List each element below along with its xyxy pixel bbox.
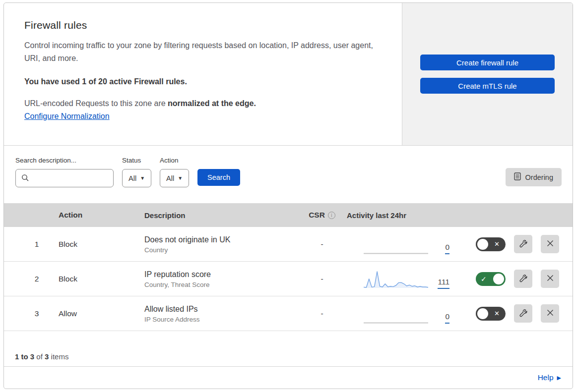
close-icon bbox=[546, 239, 554, 249]
activity-sparkline bbox=[364, 234, 428, 254]
rule-priority: 1 bbox=[4, 240, 59, 249]
help-row: Help ▶ bbox=[4, 367, 573, 389]
search-group: Search description... bbox=[15, 157, 114, 187]
header-section: Firewall rules Control incoming traffic … bbox=[4, 3, 573, 146]
status-label: Status bbox=[122, 157, 151, 164]
status-select[interactable]: All ▼ bbox=[122, 169, 151, 187]
rule-csr-value: - bbox=[297, 275, 347, 283]
info-icon[interactable]: i bbox=[328, 212, 335, 219]
ordering-button[interactable]: Ordering bbox=[506, 168, 562, 186]
csr-header-label: CSR bbox=[309, 211, 325, 220]
table-row: 1 Block Does not originate in UK Country… bbox=[4, 227, 573, 262]
rule-activity-cell: 111 bbox=[347, 269, 453, 289]
rule-enabled-toggle[interactable]: ✓ ✕ bbox=[476, 307, 506, 321]
status-selected-value: All bbox=[128, 174, 136, 182]
ordering-list-icon bbox=[514, 172, 521, 182]
firewall-rules-card: Firewall rules Control incoming traffic … bbox=[3, 2, 573, 389]
x-icon: ✕ bbox=[494, 310, 500, 317]
rule-enabled-toggle[interactable]: ✓ ✕ bbox=[476, 272, 506, 286]
search-box bbox=[15, 169, 114, 187]
rule-controls: ✓ ✕ bbox=[453, 304, 573, 323]
delete-rule-button[interactable] bbox=[541, 270, 559, 288]
rule-description-cell: Does not originate in UK Country bbox=[144, 234, 297, 254]
activity-count-link[interactable]: 111 bbox=[438, 278, 449, 288]
rule-action: Allow bbox=[59, 309, 144, 318]
rule-enabled-toggle[interactable]: ✓ ✕ bbox=[476, 237, 506, 251]
search-icon bbox=[21, 174, 29, 184]
rule-csr-value: - bbox=[297, 309, 347, 318]
pagination-of: of bbox=[34, 352, 45, 361]
rule-description: IP reputation score bbox=[144, 269, 297, 280]
activity-sparkline bbox=[364, 269, 428, 289]
action-select[interactable]: All ▼ bbox=[160, 169, 189, 187]
create-firewall-rule-button[interactable]: Create firewall rule bbox=[420, 55, 555, 70]
rule-csr-value: - bbox=[297, 240, 347, 249]
rule-action: Block bbox=[59, 240, 144, 249]
rule-description-cell: Allow listed IPs IP Source Address bbox=[144, 304, 297, 324]
rule-action: Block bbox=[59, 275, 144, 283]
table-row: 2 Block IP reputation score Country, Thr… bbox=[4, 262, 573, 296]
wrench-icon bbox=[519, 309, 527, 319]
csr-column-header: CSR i bbox=[297, 211, 347, 220]
wrench-icon bbox=[519, 274, 527, 284]
rule-description: Allow listed IPs bbox=[144, 304, 297, 315]
edit-rule-button[interactable] bbox=[514, 270, 532, 288]
toggle-knob bbox=[493, 274, 504, 284]
delete-rule-button[interactable] bbox=[541, 235, 559, 253]
wrench-icon bbox=[519, 239, 527, 249]
normalization-bold: normalized at the edge. bbox=[168, 99, 256, 108]
arrow-right-icon: ▶ bbox=[557, 375, 561, 381]
pagination-range: 1 to 3 bbox=[15, 352, 34, 361]
rule-priority: 2 bbox=[4, 275, 59, 283]
page-title: Firewall rules bbox=[24, 19, 387, 31]
action-filter-group: Action All ▼ bbox=[160, 157, 189, 187]
activity-count-link[interactable]: 0 bbox=[445, 243, 449, 254]
create-mtls-rule-button[interactable]: Create mTLS rule bbox=[420, 78, 555, 94]
close-icon bbox=[546, 274, 554, 283]
chevron-down-icon: ▼ bbox=[140, 175, 145, 181]
configure-normalization-link[interactable]: Configure Normalization bbox=[24, 112, 110, 121]
page: Firewall rules Control incoming traffic … bbox=[0, 0, 576, 392]
delete-rule-button[interactable] bbox=[541, 304, 559, 323]
rule-activity-cell: 0 bbox=[347, 234, 453, 254]
pagination-items: items bbox=[49, 352, 68, 361]
rule-controls: ✓ ✕ bbox=[453, 270, 573, 288]
rule-activity-cell: 0 bbox=[347, 304, 453, 324]
table-row: 3 Allow Allow listed IPs IP Source Addre… bbox=[4, 296, 573, 331]
page-description: Control incoming traffic to your zone by… bbox=[24, 39, 387, 65]
search-button[interactable]: Search bbox=[197, 169, 240, 186]
rule-fields: Country, Threat Score bbox=[144, 281, 297, 288]
activity-sparkline bbox=[364, 304, 428, 324]
help-label: Help bbox=[538, 373, 554, 382]
edit-rule-button[interactable] bbox=[514, 235, 532, 253]
rule-description-cell: IP reputation score Country, Threat Scor… bbox=[144, 269, 297, 289]
rule-description: Does not originate in UK bbox=[144, 234, 297, 245]
action-column-header: Action bbox=[59, 211, 144, 220]
chevron-down-icon: ▼ bbox=[178, 175, 183, 181]
rule-priority: 3 bbox=[4, 309, 59, 318]
help-link[interactable]: Help ▶ bbox=[538, 373, 561, 382]
rule-controls: ✓ ✕ bbox=[453, 235, 573, 253]
filter-bar: Search description... Status All ▼ Actio… bbox=[4, 146, 573, 203]
status-filter-group: Status All ▼ bbox=[122, 157, 151, 187]
action-label: Action bbox=[160, 157, 189, 164]
check-icon: ✓ bbox=[481, 275, 487, 282]
toggle-knob bbox=[477, 308, 488, 319]
edit-rule-button[interactable] bbox=[514, 304, 532, 323]
search-description-input[interactable] bbox=[15, 169, 114, 187]
header-text-block: Firewall rules Control incoming traffic … bbox=[4, 3, 402, 145]
normalization-prefix: URL-encoded Requests to this zone are bbox=[24, 99, 168, 108]
actions-panel: Create firewall rule Create mTLS rule bbox=[402, 3, 573, 145]
rule-fields: Country bbox=[144, 246, 297, 254]
description-column-header: Description bbox=[144, 211, 297, 220]
search-label: Search description... bbox=[15, 157, 114, 164]
close-icon bbox=[546, 309, 554, 318]
activity-count-link[interactable]: 0 bbox=[445, 312, 449, 323]
activity-column-header: Activity last 24hr bbox=[347, 211, 453, 220]
pagination-summary: 1 to 3 of 3 items bbox=[4, 331, 573, 367]
rule-fields: IP Source Address bbox=[144, 316, 297, 323]
x-icon: ✕ bbox=[494, 241, 500, 247]
toggle-knob bbox=[477, 239, 488, 250]
table-header-row: Action Description CSR i Activity last 2… bbox=[4, 203, 573, 227]
usage-note: You have used 1 of 20 active Firewall ru… bbox=[24, 77, 387, 86]
